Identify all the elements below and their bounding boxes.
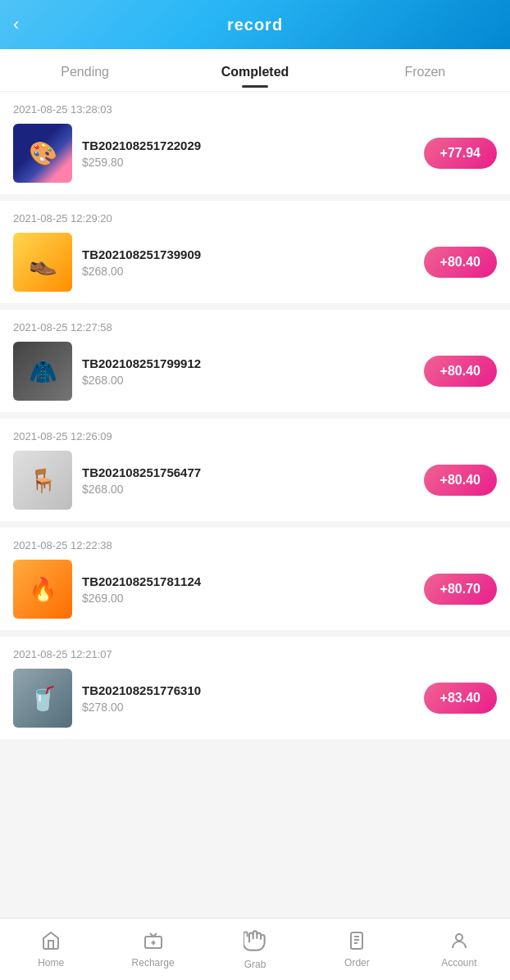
nav-label-recharge: Recharge [132,957,175,969]
nav-item-recharge[interactable]: Recharge [102,924,203,975]
record-amount: +80.40 [424,356,497,387]
record-amount: +80.40 [424,247,497,278]
record-group: 2021-08-25 12:29:20 TB202108251739909 $2… [0,201,510,303]
product-image [13,124,72,183]
home-icon [41,931,61,954]
header: ‹ record [0,0,510,49]
record-amount: +80.40 [424,465,497,496]
record-id: TB202108251799912 [82,356,414,370]
record-amount: +83.40 [424,683,497,714]
recharge-icon [143,931,163,954]
record-amount: +80.70 [424,574,497,605]
record-date: 2021-08-25 12:27:58 [13,321,497,333]
record-id: TB202108251722029 [82,138,414,152]
record-date: 2021-08-25 12:29:20 [13,212,497,225]
records-list: 2021-08-25 13:28:03 TB202108251722029 $2… [0,92,510,811]
nav-label-grab: Grab [244,959,266,970]
tab-pending[interactable]: Pending [0,53,170,88]
record-date: 2021-08-25 12:21:07 [13,648,497,660]
tabs-bar: Pending Completed Frozen [0,49,510,92]
record-info: TB202108251799912 $268.00 [82,356,414,387]
bottom-navigation: Home Recharge Grab Order Account [0,918,510,980]
tab-frozen[interactable]: Frozen [340,53,510,88]
record-info: TB202108251722029 $259.80 [82,138,414,169]
record-id: TB202108251739909 [82,247,414,261]
record-item[interactable]: TB202108251781124 $269.00 +80.70 [13,560,497,619]
record-info: TB202108251776310 $278.00 [82,683,414,714]
record-id: TB202108251756477 [82,465,414,479]
record-item[interactable]: TB202108251756477 $268.00 +80.40 [13,451,497,510]
back-button[interactable]: ‹ [13,14,19,35]
record-amount: +77.94 [424,138,497,169]
order-icon [347,931,367,954]
record-group: 2021-08-25 12:27:58 TB202108251799912 $2… [0,310,510,412]
record-price: $259.80 [82,156,414,169]
record-group: 2021-08-25 12:21:07 TB202108251776310 $2… [0,637,510,739]
record-info: TB202108251756477 $268.00 [82,465,414,496]
nav-item-account[interactable]: Account [408,924,510,975]
record-item[interactable]: TB202108251776310 $278.00 +83.40 [13,669,497,728]
svg-point-7 [456,934,462,941]
record-date: 2021-08-25 12:22:38 [13,539,497,551]
nav-label-home: Home [38,957,64,969]
record-price: $268.00 [82,265,414,278]
grab-icon [244,929,266,955]
nav-label-account: Account [441,957,476,969]
record-date: 2021-08-25 12:26:09 [13,430,497,442]
nav-item-home[interactable]: Home [0,924,102,975]
record-item[interactable]: TB202108251739909 $268.00 +80.40 [13,233,497,292]
nav-item-grab[interactable]: Grab [204,923,306,977]
record-price: $268.00 [82,374,414,387]
record-item[interactable]: TB202108251722029 $259.80 +77.94 [13,124,497,183]
record-id: TB202108251781124 [82,574,414,588]
record-price: $278.00 [82,701,414,714]
product-image [13,451,72,510]
page-title: record [227,16,283,34]
account-icon [449,931,469,954]
tab-completed[interactable]: Completed [170,53,339,88]
record-info: TB202108251781124 $269.00 [82,574,414,605]
record-price: $268.00 [82,483,414,496]
record-group: 2021-08-25 13:28:03 TB202108251722029 $2… [0,92,510,194]
record-price: $269.00 [82,592,414,605]
record-date: 2021-08-25 13:28:03 [13,103,497,116]
record-item[interactable]: TB202108251799912 $268.00 +80.40 [13,342,497,401]
product-image [13,560,72,619]
nav-item-order[interactable]: Order [306,924,408,975]
record-id: TB202108251776310 [82,683,414,697]
product-image [13,342,72,401]
product-image [13,669,72,728]
record-group: 2021-08-25 12:26:09 TB202108251756477 $2… [0,419,510,521]
product-image [13,233,72,292]
record-info: TB202108251739909 $268.00 [82,247,414,278]
nav-label-order: Order [344,957,370,969]
record-group: 2021-08-25 12:22:38 TB202108251781124 $2… [0,528,510,630]
